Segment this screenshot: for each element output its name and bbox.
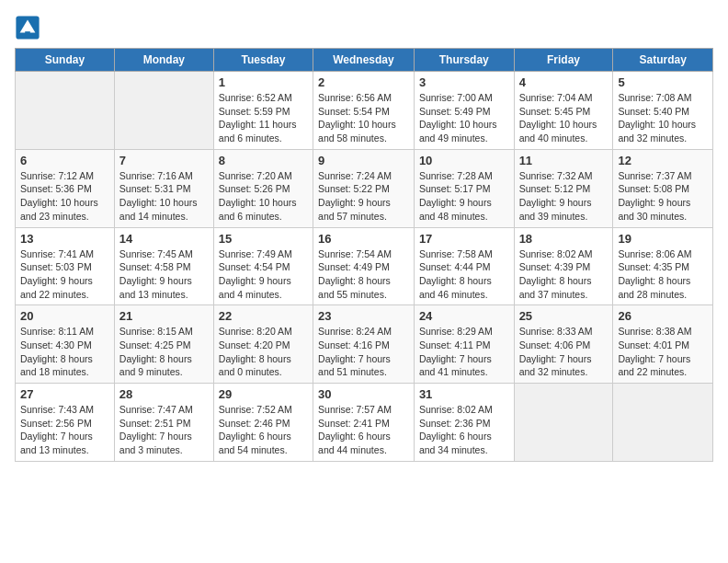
day-info: Sunrise: 7:47 AM Sunset: 2:51 PM Dayligh…	[119, 403, 209, 457]
calendar-week-row: 13Sunrise: 7:41 AM Sunset: 5:03 PM Dayli…	[16, 227, 713, 305]
day-number: 4	[519, 75, 609, 89]
day-number: 18	[519, 232, 609, 246]
calendar-week-row: 6Sunrise: 7:12 AM Sunset: 5:36 PM Daylig…	[16, 149, 713, 227]
day-info: Sunrise: 7:04 AM Sunset: 5:45 PM Dayligh…	[519, 91, 609, 145]
calendar-cell: 15Sunrise: 7:49 AM Sunset: 4:54 PM Dayli…	[213, 227, 313, 305]
calendar-cell: 6Sunrise: 7:12 AM Sunset: 5:36 PM Daylig…	[16, 149, 115, 227]
calendar-cell: 4Sunrise: 7:04 AM Sunset: 5:45 PM Daylig…	[514, 72, 613, 150]
calendar-cell: 28Sunrise: 7:47 AM Sunset: 2:51 PM Dayli…	[114, 384, 213, 462]
day-number: 6	[20, 154, 109, 167]
day-info: Sunrise: 7:49 AM Sunset: 4:54 PM Dayligh…	[219, 247, 308, 302]
day-number: 21	[119, 309, 209, 323]
day-number: 13	[20, 232, 109, 246]
day-number: 22	[219, 309, 308, 323]
day-info: Sunrise: 7:00 AM Sunset: 5:49 PM Dayligh…	[419, 91, 509, 145]
day-info: Sunrise: 8:02 AM Sunset: 2:36 PM Dayligh…	[419, 403, 509, 457]
calendar-cell: 24Sunrise: 8:29 AM Sunset: 4:11 PM Dayli…	[414, 305, 514, 384]
day-number: 19	[618, 232, 708, 246]
day-number: 12	[618, 154, 708, 167]
calendar-cell: 20Sunrise: 8:11 AM Sunset: 4:30 PM Dayli…	[16, 305, 115, 384]
day-number: 26	[618, 309, 708, 323]
day-info: Sunrise: 8:24 AM Sunset: 4:16 PM Dayligh…	[318, 325, 409, 379]
day-number: 14	[119, 232, 209, 246]
weekday-header: Saturday	[613, 49, 713, 72]
svg-rect-2	[25, 31, 30, 35]
day-info: Sunrise: 8:06 AM Sunset: 4:35 PM Dayligh…	[618, 247, 708, 302]
day-info: Sunrise: 7:08 AM Sunset: 5:40 PM Dayligh…	[618, 91, 708, 145]
calendar-cell: 11Sunrise: 7:32 AM Sunset: 5:12 PM Dayli…	[514, 149, 613, 227]
calendar-cell: 31Sunrise: 8:02 AM Sunset: 2:36 PM Dayli…	[414, 384, 514, 462]
calendar-cell: 29Sunrise: 7:52 AM Sunset: 2:46 PM Dayli…	[213, 384, 313, 462]
calendar-header-row: SundayMondayTuesdayWednesdayThursdayFrid…	[16, 49, 713, 72]
calendar-cell: 8Sunrise: 7:20 AM Sunset: 5:26 PM Daylig…	[213, 149, 313, 227]
day-info: Sunrise: 7:52 AM Sunset: 2:46 PM Dayligh…	[219, 403, 308, 457]
calendar-cell	[514, 384, 613, 462]
calendar-cell: 21Sunrise: 8:15 AM Sunset: 4:25 PM Dayli…	[114, 305, 213, 384]
day-number: 8	[219, 154, 308, 167]
day-number: 25	[519, 309, 609, 323]
day-info: Sunrise: 7:16 AM Sunset: 5:31 PM Dayligh…	[119, 169, 209, 224]
calendar-cell: 19Sunrise: 8:06 AM Sunset: 4:35 PM Dayli…	[613, 227, 713, 305]
day-number: 16	[318, 232, 409, 246]
day-info: Sunrise: 7:24 AM Sunset: 5:22 PM Dayligh…	[318, 169, 409, 224]
day-info: Sunrise: 8:15 AM Sunset: 4:25 PM Dayligh…	[119, 325, 209, 379]
day-number: 27	[20, 387, 109, 401]
day-info: Sunrise: 7:54 AM Sunset: 4:49 PM Dayligh…	[318, 247, 409, 302]
calendar-table: SundayMondayTuesdayWednesdayThursdayFrid…	[15, 48, 713, 462]
calendar-cell: 7Sunrise: 7:16 AM Sunset: 5:31 PM Daylig…	[114, 149, 213, 227]
day-info: Sunrise: 7:45 AM Sunset: 4:58 PM Dayligh…	[119, 247, 209, 302]
calendar-cell: 17Sunrise: 7:58 AM Sunset: 4:44 PM Dayli…	[414, 227, 514, 305]
day-info: Sunrise: 8:11 AM Sunset: 4:30 PM Dayligh…	[20, 325, 109, 379]
calendar-cell: 16Sunrise: 7:54 AM Sunset: 4:49 PM Dayli…	[313, 227, 415, 305]
day-info: Sunrise: 8:20 AM Sunset: 4:20 PM Dayligh…	[219, 325, 308, 379]
day-info: Sunrise: 7:32 AM Sunset: 5:12 PM Dayligh…	[519, 169, 609, 224]
day-number: 9	[318, 154, 409, 167]
calendar-cell: 23Sunrise: 8:24 AM Sunset: 4:16 PM Dayli…	[313, 305, 415, 384]
day-number: 31	[419, 387, 509, 401]
weekday-header: Friday	[514, 49, 613, 72]
day-info: Sunrise: 8:29 AM Sunset: 4:11 PM Dayligh…	[419, 325, 509, 379]
day-number: 5	[618, 75, 708, 89]
day-info: Sunrise: 7:58 AM Sunset: 4:44 PM Dayligh…	[419, 247, 509, 302]
day-number: 3	[419, 75, 509, 89]
day-info: Sunrise: 6:52 AM Sunset: 5:59 PM Dayligh…	[219, 91, 308, 145]
calendar-cell: 22Sunrise: 8:20 AM Sunset: 4:20 PM Dayli…	[213, 305, 313, 384]
calendar-cell: 12Sunrise: 7:37 AM Sunset: 5:08 PM Dayli…	[613, 149, 713, 227]
logo	[15, 15, 44, 40]
calendar-week-row: 27Sunrise: 7:43 AM Sunset: 2:56 PM Dayli…	[16, 384, 713, 462]
calendar-week-row: 20Sunrise: 8:11 AM Sunset: 4:30 PM Dayli…	[16, 305, 713, 384]
weekday-header: Thursday	[414, 49, 514, 72]
day-number: 23	[318, 309, 409, 323]
calendar-cell: 25Sunrise: 8:33 AM Sunset: 4:06 PM Dayli…	[514, 305, 613, 384]
calendar-cell: 30Sunrise: 7:57 AM Sunset: 2:41 PM Dayli…	[313, 384, 415, 462]
day-number: 11	[519, 154, 609, 167]
day-number: 20	[20, 309, 109, 323]
calendar-cell: 5Sunrise: 7:08 AM Sunset: 5:40 PM Daylig…	[613, 72, 713, 150]
day-number: 15	[219, 232, 308, 246]
logo-icon	[15, 15, 40, 40]
calendar-week-row: 1Sunrise: 6:52 AM Sunset: 5:59 PM Daylig…	[16, 72, 713, 150]
day-info: Sunrise: 7:57 AM Sunset: 2:41 PM Dayligh…	[318, 403, 409, 457]
weekday-header: Monday	[114, 49, 213, 72]
weekday-header: Sunday	[16, 49, 115, 72]
day-number: 30	[318, 387, 409, 401]
weekday-header: Tuesday	[213, 49, 313, 72]
day-number: 7	[119, 154, 209, 167]
calendar-cell: 3Sunrise: 7:00 AM Sunset: 5:49 PM Daylig…	[414, 72, 514, 150]
day-number: 17	[419, 232, 509, 246]
day-info: Sunrise: 6:56 AM Sunset: 5:54 PM Dayligh…	[318, 91, 409, 145]
calendar-cell: 10Sunrise: 7:28 AM Sunset: 5:17 PM Dayli…	[414, 149, 514, 227]
calendar-cell	[613, 384, 713, 462]
day-number: 24	[419, 309, 509, 323]
calendar-cell: 14Sunrise: 7:45 AM Sunset: 4:58 PM Dayli…	[114, 227, 213, 305]
day-number: 10	[419, 154, 509, 167]
calendar-cell: 13Sunrise: 7:41 AM Sunset: 5:03 PM Dayli…	[16, 227, 115, 305]
day-info: Sunrise: 7:28 AM Sunset: 5:17 PM Dayligh…	[419, 169, 509, 224]
day-info: Sunrise: 8:33 AM Sunset: 4:06 PM Dayligh…	[519, 325, 609, 379]
page-header	[15, 15, 713, 40]
day-info: Sunrise: 7:12 AM Sunset: 5:36 PM Dayligh…	[20, 169, 109, 224]
day-number: 28	[119, 387, 209, 401]
calendar-cell: 27Sunrise: 7:43 AM Sunset: 2:56 PM Dayli…	[16, 384, 115, 462]
day-number: 2	[318, 75, 409, 89]
calendar-cell: 9Sunrise: 7:24 AM Sunset: 5:22 PM Daylig…	[313, 149, 415, 227]
